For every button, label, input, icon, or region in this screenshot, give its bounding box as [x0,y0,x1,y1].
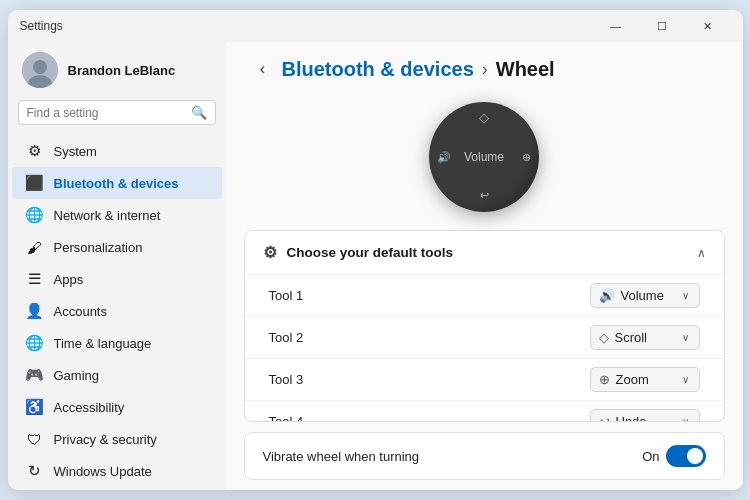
tool-row: Tool 4↩Undo∨ [245,400,724,422]
chevron-down-icon: ∨ [682,332,689,343]
sidebar-item-label: Windows Update [54,464,152,479]
tool-3-icon: ⊕ [599,372,610,387]
tool-1-icon: 🔊 [599,288,615,303]
chevron-down-icon: ∨ [682,416,689,422]
sidebar-item-privacy[interactable]: 🛡 Privacy & security [12,423,222,455]
tool-1-value-text: Volume [621,288,664,303]
sidebar-item-apps[interactable]: ☰ Apps [12,263,222,295]
tool-1-select[interactable]: 🔊Volume∨ [590,283,700,308]
sidebar-item-label: System [54,144,97,159]
close-button[interactable]: ✕ [685,10,731,42]
main-panel: ‹ Bluetooth & devices › Wheel ◇ 🔊 ⊕ ↩ Vo… [226,42,743,490]
breadcrumb-parent[interactable]: Bluetooth & devices [282,58,474,81]
svg-point-1 [33,60,47,74]
wheel-icon-right: ⊕ [522,151,531,164]
titlebar-left: Settings [20,19,63,33]
tool-2-select[interactable]: ◇Scroll∨ [590,325,700,350]
breadcrumb-separator: › [482,59,488,80]
toggle-on-area: On [642,445,705,467]
vibrate-label: Vibrate wheel when turning [263,449,420,464]
update-icon: ↻ [26,462,44,480]
vibrate-toggle-switch[interactable] [666,445,706,467]
accessibility-icon: ♿ [26,398,44,416]
personalization-icon: 🖌 [26,238,44,256]
wheel-circle: ◇ 🔊 ⊕ ↩ Volume [429,102,539,212]
search-input[interactable] [27,106,185,120]
sidebar-item-update[interactable]: ↻ Windows Update [12,455,222,487]
breadcrumb: ‹ Bluetooth & devices › Wheel [226,42,743,92]
tool-2-value-text: Scroll [615,330,648,345]
tool-3-select[interactable]: ⊕Zoom∨ [590,367,700,392]
tool-row: Tool 2◇Scroll∨ [245,316,724,358]
tool-row: Tool 1🔊Volume∨ [245,274,724,316]
tool-label: Tool 2 [269,330,304,345]
sidebar-item-system[interactable]: ⚙ System [12,135,222,167]
tool-4-select[interactable]: ↩Undo∨ [590,409,700,422]
wheel-icon-bottom: ↩ [480,189,489,202]
tool-4-value: ↩Undo [599,414,647,422]
network-icon: 🌐 [26,206,44,224]
tool-rows: Tool 1🔊Volume∨Tool 2◇Scroll∨Tool 3⊕Zoom∨… [245,274,724,422]
chevron-down-icon: ∨ [682,290,689,301]
tool-label: Tool 1 [269,288,304,303]
sidebar-item-accessibility[interactable]: ♿ Accessibility [12,391,222,423]
sidebar-item-bluetooth[interactable]: ⬛ Bluetooth & devices [12,167,222,199]
tools-section-title: Choose your default tools [287,245,454,260]
sidebar-item-gaming[interactable]: 🎮 Gaming [12,359,222,391]
search-box[interactable]: 🔍 [18,100,216,125]
gaming-icon: 🎮 [26,366,44,384]
wheel-preview: ◇ 🔊 ⊕ ↩ Volume [226,92,743,230]
user-profile[interactable]: Brandon LeBlanc [8,42,226,100]
sidebar-item-label: Gaming [54,368,100,383]
tool-label: Tool 3 [269,372,304,387]
tool-row: Tool 3⊕Zoom∨ [245,358,724,400]
avatar [22,52,58,88]
sidebar: Brandon LeBlanc 🔍 ⚙ System ⬛ Bluetooth &… [8,42,226,490]
titlebar: Settings — ☐ ✕ [8,10,743,42]
sidebar-item-label: Apps [54,272,84,287]
time-icon: 🌐 [26,334,44,352]
tool-2-icon: ◇ [599,330,609,345]
main-content: Brandon LeBlanc 🔍 ⚙ System ⬛ Bluetooth &… [8,42,743,490]
wheel-icon-top: ◇ [479,110,489,125]
chevron-down-icon: ∨ [682,374,689,385]
system-icon: ⚙ [26,142,44,160]
wheel-icon-left: 🔊 [437,151,451,164]
tool-3-value: ⊕Zoom [599,372,649,387]
titlebar-controls: — ☐ ✕ [593,10,731,42]
toggle-status: On [642,449,659,464]
minimize-button[interactable]: — [593,10,639,42]
tools-gear-icon: ⚙ [263,243,277,262]
tool-4-icon: ↩ [599,414,610,422]
sidebar-item-label: Accounts [54,304,107,319]
tools-section-header[interactable]: ⚙ Choose your default tools ∧ [245,231,724,274]
tool-label: Tool 4 [269,414,304,422]
maximize-button[interactable]: ☐ [639,10,685,42]
settings-window: Settings — ☐ ✕ Brandon LeBlanc [8,10,743,490]
sidebar-item-label: Privacy & security [54,432,157,447]
titlebar-title: Settings [20,19,63,33]
vibrate-toggle-row: Vibrate wheel when turning On [244,432,725,480]
privacy-icon: 🛡 [26,430,44,448]
sidebar-item-time[interactable]: 🌐 Time & language [12,327,222,359]
sidebar-item-label: Accessibility [54,400,125,415]
accounts-icon: 👤 [26,302,44,320]
wheel-label: Volume [464,150,504,164]
tools-section-title-area: ⚙ Choose your default tools [263,243,454,262]
tool-3-value-text: Zoom [616,372,649,387]
chevron-up-icon: ∧ [697,246,706,260]
tool-2-value: ◇Scroll [599,330,648,345]
user-name: Brandon LeBlanc [68,63,176,78]
sidebar-item-label: Time & language [54,336,152,351]
sidebar-item-network[interactable]: 🌐 Network & internet [12,199,222,231]
apps-icon: ☰ [26,270,44,288]
sidebar-item-personalization[interactable]: 🖌 Personalization [12,231,222,263]
sidebar-item-label: Bluetooth & devices [54,176,179,191]
breadcrumb-current: Wheel [496,58,555,81]
back-button[interactable]: ‹ [250,56,276,82]
bluetooth-icon: ⬛ [26,174,44,192]
tool-1-value: 🔊Volume [599,288,664,303]
sidebar-item-label: Network & internet [54,208,161,223]
sidebar-item-label: Personalization [54,240,143,255]
sidebar-item-accounts[interactable]: 👤 Accounts [12,295,222,327]
